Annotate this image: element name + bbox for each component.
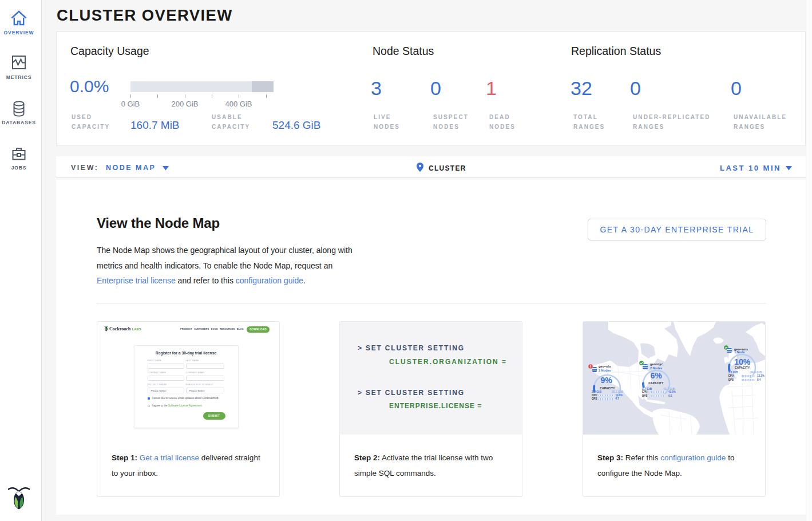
svg-text:Cockroach: Cockroach (109, 326, 131, 331)
svg-text:LABS: LABS (132, 327, 141, 331)
